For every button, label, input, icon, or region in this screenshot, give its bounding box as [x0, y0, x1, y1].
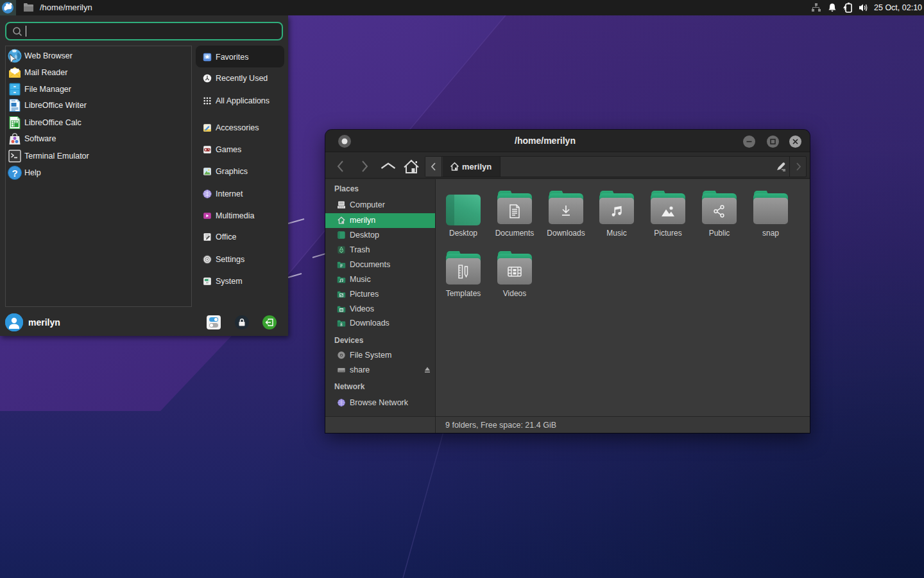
svg-text:?: ?: [12, 168, 17, 179]
